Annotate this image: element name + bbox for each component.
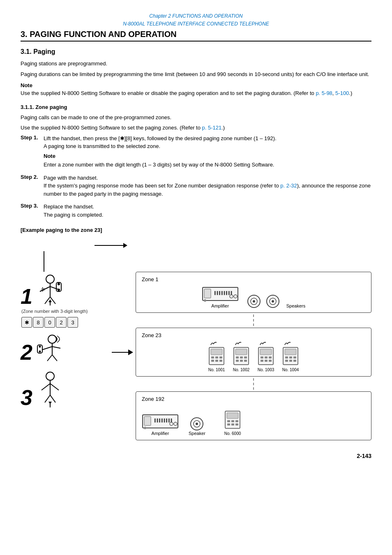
step3-block: Step 3. Replace the handset. The paging … — [21, 203, 371, 219]
svg-rect-67 — [289, 356, 292, 358]
svg-rect-29 — [204, 289, 211, 298]
key-star: ✱ — [21, 317, 32, 328]
vertical-line-block — [21, 251, 127, 272]
svg-rect-44 — [219, 356, 222, 358]
step1-note-text: Enter a zone number with the digit lengt… — [44, 162, 274, 168]
zone1-box: Zone 1 ▐▐▐▐▐▐▐▐ Amplifier — [136, 272, 371, 313]
svg-line-25 — [50, 395, 55, 402]
zone1-to-zone23-connector — [136, 313, 371, 328]
step2-link[interactable]: p. 2-32 — [280, 183, 297, 189]
example-title: [Example paging to the zone 23] — [21, 227, 371, 233]
zone192-box: Zone 192 ▐▐▐▐▐▐▐▐ Amplifier — [136, 391, 371, 440]
phone-1002: No. 1002 — [232, 342, 250, 372]
svg-point-8 — [58, 289, 60, 291]
zone23-arrow — [112, 349, 133, 355]
zone23-label: Zone 23 — [142, 332, 365, 338]
note-label: Note — [21, 82, 371, 88]
speaker1 — [247, 294, 261, 308]
svg-rect-70 — [289, 360, 292, 362]
svg-point-7 — [58, 283, 60, 285]
phone1001-no: No. 1001 — [208, 368, 225, 372]
speaker192-icon — [190, 417, 204, 431]
phone-1001: No. 1001 — [208, 342, 226, 372]
svg-rect-52 — [244, 356, 247, 358]
para1: Paging stations are preprogrammed. — [21, 60, 371, 68]
svg-rect-66 — [285, 356, 288, 358]
zone-paging-p2: Use the supplied N-8000 Setting Software… — [21, 124, 371, 132]
zone1-label: Zone 1 — [142, 276, 365, 282]
para2: Paging durations can be limited by prepr… — [21, 70, 371, 79]
key-0: 0 — [44, 317, 55, 328]
step2-figure: 2 — [21, 334, 65, 363]
svg-rect-87 — [231, 423, 234, 426]
person-replace-icon — [36, 371, 65, 408]
svg-rect-57 — [260, 349, 272, 355]
zone23-to-zone192-connector — [136, 377, 371, 391]
note-text: Use the supplied N-8000 Setting Software… — [21, 89, 371, 97]
zone192-amp-label: Amplifier — [152, 431, 169, 436]
step3-big-num: 3 — [21, 387, 32, 408]
diagram-left: 1 — [21, 239, 127, 440]
step2-block: Step 2. Page with the handset. If the sy… — [21, 174, 371, 198]
svg-point-33 — [204, 299, 206, 302]
svg-point-0 — [46, 275, 54, 283]
phone1004-icon — [281, 342, 300, 366]
section-title: 3. PAGING FUNCTION AND OPERATION — [21, 30, 371, 42]
person-handset-icon — [36, 274, 65, 307]
phone1001-icon — [208, 342, 226, 366]
step1-block: Step 1. Lift the handset, then press the… — [21, 134, 371, 169]
svg-line-23 — [50, 384, 59, 390]
svg-rect-43 — [215, 356, 218, 358]
zone23-phones: No. 1001 — [142, 342, 365, 372]
svg-rect-49 — [235, 349, 247, 355]
phone1002-icon — [232, 342, 250, 366]
svg-rect-63 — [269, 360, 272, 362]
header: Chapter 2 FUNCTIONS AND OPERATION N-8000… — [21, 12, 371, 28]
zone-paging-link[interactable]: p. 5-121 — [202, 125, 222, 131]
speaker2 — [266, 294, 280, 308]
svg-rect-42 — [211, 356, 214, 358]
step3-content: Replace the handset. The paging is compl… — [44, 203, 371, 219]
svg-rect-45 — [211, 360, 214, 362]
speaker2-icon — [266, 294, 280, 308]
phone1002-no: No. 1002 — [233, 368, 250, 372]
svg-rect-54 — [240, 360, 243, 362]
svg-rect-82 — [227, 413, 238, 419]
svg-rect-61 — [261, 360, 263, 362]
svg-rect-85 — [235, 420, 238, 422]
person-speaking-icon — [36, 334, 65, 363]
svg-line-18 — [47, 355, 52, 361]
zone192-label: Zone 192 — [142, 396, 365, 402]
svg-point-11 — [48, 335, 56, 343]
zone192-amplifier: ▐▐▐▐▐▐▐▐ Amplifier — [142, 413, 179, 436]
step3-label: Step 3. — [21, 203, 41, 219]
svg-rect-68 — [293, 356, 296, 358]
svg-rect-65 — [285, 349, 296, 355]
phone-1004: No. 1004 — [281, 342, 300, 372]
key-3: 3 — [67, 317, 78, 328]
diagram-right: Zone 1 ▐▐▐▐▐▐▐▐ Amplifier — [136, 239, 371, 440]
svg-point-17 — [39, 351, 41, 353]
svg-rect-58 — [261, 356, 263, 358]
svg-point-77 — [144, 427, 146, 429]
step1-big-num: 1 — [21, 286, 32, 307]
key-2: 2 — [56, 317, 67, 328]
svg-rect-50 — [236, 356, 239, 358]
step1-note-label: Note — [44, 152, 371, 160]
svg-line-22 — [42, 384, 50, 390]
svg-rect-47 — [219, 360, 222, 362]
note-link1[interactable]: p. 5-98 — [316, 90, 332, 96]
svg-line-24 — [45, 395, 50, 402]
phone-6000: No. 6000 — [224, 405, 242, 436]
svg-rect-84 — [231, 420, 234, 422]
note-link2[interactable]: 5-100 — [335, 90, 349, 96]
svg-text:▐▐▐▐▐▐▐▐: ▐▐▐▐▐▐▐▐ — [213, 291, 232, 295]
amplifier192-icon: ▐▐▐▐▐▐▐▐ — [142, 413, 179, 430]
zone192-content: ▐▐▐▐▐▐▐▐ Amplifier Speaker — [142, 405, 365, 436]
step2-content: Page with the handset. If the system's p… — [44, 174, 371, 198]
svg-point-39 — [272, 300, 274, 303]
phone1004-no: No. 1004 — [282, 368, 299, 372]
top-arrow — [95, 243, 127, 248]
svg-rect-83 — [227, 420, 230, 422]
svg-rect-73 — [144, 416, 151, 426]
